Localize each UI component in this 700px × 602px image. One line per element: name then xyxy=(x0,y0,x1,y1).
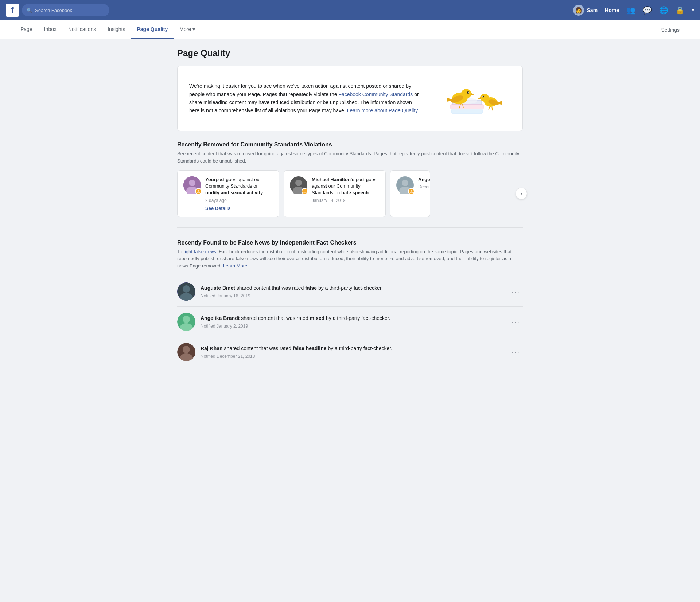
avatar: 👩 xyxy=(573,5,584,16)
violations-desc: See recent content that was removed for … xyxy=(177,150,523,164)
svg-point-38 xyxy=(183,346,190,353)
learn-more-false-news-link[interactable]: Learn More xyxy=(223,263,247,269)
see-details-link-1[interactable]: See Details xyxy=(205,206,230,211)
svg-point-16 xyxy=(482,96,483,97)
lock-icon[interactable]: 🔒 xyxy=(676,6,685,15)
nav-page[interactable]: Page xyxy=(15,20,38,39)
fact-more-1[interactable]: ··· xyxy=(509,285,523,299)
fact-check-item-1: Auguste Binet shared content that was ra… xyxy=(177,277,523,307)
svg-point-14 xyxy=(480,94,489,102)
violation-type-1: nudity and sexual activity xyxy=(205,190,263,195)
svg-marker-17 xyxy=(478,97,481,99)
nav-settings[interactable]: Settings xyxy=(655,27,685,33)
svg-point-26 xyxy=(295,180,302,186)
main-content: Page Quality We're making it easier for … xyxy=(171,39,529,398)
svg-rect-1 xyxy=(451,105,483,109)
nav-inbox[interactable]: Inbox xyxy=(38,20,62,39)
violation-content-3: Angelika Brandt Community S… December 24… xyxy=(418,176,430,211)
user-name: Sam xyxy=(587,7,598,13)
fact-name-2: Angelika Brandt xyxy=(201,315,240,321)
page-title: Page Quality xyxy=(177,48,523,58)
violation-badge-3: ⚠ xyxy=(408,188,415,195)
violation-content-2: Michael Hamilton's post goes against our… xyxy=(312,176,380,211)
fact-check-item-3: Raj Khan shared content that was rated f… xyxy=(177,337,523,367)
fact-avatar-3 xyxy=(177,343,195,361)
info-card-text: We're making it easier for you to see wh… xyxy=(189,82,423,115)
svg-point-7 xyxy=(468,92,469,93)
violation-card-3-partial: ⚠ Angelika Brandt Community S… December … xyxy=(390,170,430,217)
violation-content-1: Yourpost goes against our Community Stan… xyxy=(205,176,273,211)
violation-badge-2: ⚠ xyxy=(302,188,308,195)
fact-name-3: Raj Khan xyxy=(201,345,223,351)
violation-badge-1: ⚠ xyxy=(195,188,202,195)
violation-text-1: Yourpost goes against our Community Stan… xyxy=(205,176,273,196)
nav-notifications[interactable]: Notifications xyxy=(62,20,102,39)
violation-author-3: Angelika Brandt xyxy=(418,177,430,182)
svg-point-15 xyxy=(482,96,484,98)
fact-rating-2: mixed xyxy=(310,315,324,321)
nav-page-quality[interactable]: Page Quality xyxy=(131,20,174,39)
violation-avatar-1: ⚠ xyxy=(183,176,201,194)
violation-card-1: ⚠ Yourpost goes against our Community St… xyxy=(177,170,279,217)
fact-date-1: Notified January 16, 2019 xyxy=(201,293,503,299)
violations-section: Recently Removed for Community Standards… xyxy=(177,141,523,228)
search-icon: 🔍 xyxy=(26,8,32,13)
fact-avatar-2 xyxy=(177,313,195,331)
fact-text1-3: shared content that was rated xyxy=(223,345,293,351)
fact-content-2: Angelika Brandt shared content that was … xyxy=(201,314,503,329)
messages-icon[interactable]: 💬 xyxy=(643,6,652,15)
top-navigation: f 🔍 👩 Sam Home 👥 💬 🌐 🔒 ▾ xyxy=(0,0,700,20)
fact-text2-1: by a third-party fact-checker. xyxy=(317,285,383,291)
nav-user[interactable]: 👩 Sam xyxy=(573,5,598,16)
violation-avatar-3: ⚠ xyxy=(396,176,414,194)
svg-line-20 xyxy=(489,107,490,110)
nav-more[interactable]: More ▾ xyxy=(174,20,201,39)
fact-content-3: Raj Khan shared content that was rated f… xyxy=(201,345,503,360)
info-card: We're making it easier for you to see wh… xyxy=(177,66,523,131)
svg-point-29 xyxy=(402,180,408,186)
home-link[interactable]: Home xyxy=(605,7,619,13)
violation-author-1: Your xyxy=(205,177,216,182)
violations-title: Recently Removed for Community Standards… xyxy=(177,141,523,148)
learn-more-quality-link[interactable]: Learn more about Page Quality. xyxy=(347,107,419,113)
fact-rating-3: false headline xyxy=(293,345,327,351)
svg-point-35 xyxy=(183,316,190,323)
nav-insights[interactable]: Insights xyxy=(102,20,131,39)
fact-rating-1: false xyxy=(305,285,317,291)
violation-date-3: December 24… xyxy=(418,184,430,189)
friends-icon[interactable]: 👥 xyxy=(626,6,635,15)
fact-avatar-1 xyxy=(177,282,195,301)
fact-person-3 xyxy=(177,343,195,361)
fact-text1-2: shared content that was rated xyxy=(240,315,310,321)
facebook-logo: f xyxy=(6,4,19,17)
fact-date-2: Notified January 2, 2019 xyxy=(201,323,503,329)
svg-point-23 xyxy=(189,180,195,186)
violation-text-2: Michael Hamilton's post goes against our… xyxy=(312,176,380,196)
false-news-section: Recently Found to be False News by Indep… xyxy=(177,239,523,378)
violation-card-2: ⚠ Michael Hamilton's post goes against o… xyxy=(284,170,386,217)
globe-icon[interactable]: 🌐 xyxy=(659,6,668,15)
dropdown-arrow[interactable]: ▾ xyxy=(692,8,694,13)
fact-more-3[interactable]: ··· xyxy=(509,345,523,359)
fact-more-2[interactable]: ··· xyxy=(509,315,523,329)
carousel-next-button[interactable]: › xyxy=(516,188,527,199)
illustration xyxy=(431,75,511,122)
fact-person-1 xyxy=(177,282,195,301)
svg-line-21 xyxy=(492,107,493,110)
fight-false-news-link[interactable]: fight false news xyxy=(183,249,216,254)
svg-marker-8 xyxy=(471,93,474,95)
fact-text2-3: by a third-party fact-checker. xyxy=(327,345,393,351)
violation-cards: ⚠ Yourpost goes against our Community St… xyxy=(177,170,523,217)
birds-illustration xyxy=(431,75,511,122)
violation-date-1: 2 days ago xyxy=(205,198,273,203)
search-bar[interactable]: 🔍 xyxy=(22,4,109,16)
community-standards-link[interactable]: Facebook Community Standards xyxy=(338,91,413,97)
violation-date-2: January 14, 2019 xyxy=(312,198,380,203)
svg-marker-10 xyxy=(447,97,451,102)
fact-name-1: Auguste Binet xyxy=(201,285,235,291)
fact-date-3: Notified December 21, 2018 xyxy=(201,353,503,360)
search-input[interactable] xyxy=(35,8,105,13)
false-news-pre: To xyxy=(177,249,183,254)
violation-author-2: Michael Hamilton's xyxy=(312,177,354,182)
svg-point-32 xyxy=(183,285,190,293)
